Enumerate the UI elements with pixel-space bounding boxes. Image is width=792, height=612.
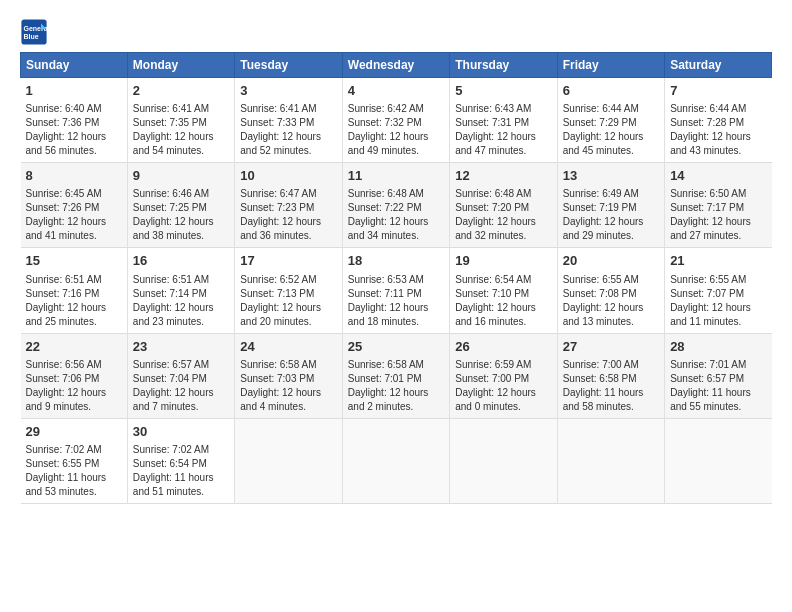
- daylight: Daylight: 12 hours: [670, 216, 751, 227]
- header-cell-friday: Friday: [557, 53, 664, 78]
- sunset: Sunset: 7:20 PM: [455, 202, 529, 213]
- day-number: 14: [670, 167, 766, 185]
- daylight-minutes: and 32 minutes.: [455, 230, 526, 241]
- day-number: 23: [133, 338, 229, 356]
- sunset: Sunset: 7:32 PM: [348, 117, 422, 128]
- week-row: 1Sunrise: 6:40 AMSunset: 7:36 PMDaylight…: [21, 78, 772, 163]
- daylight: Daylight: 12 hours: [563, 302, 644, 313]
- day-number: 5: [455, 82, 551, 100]
- day-number: 8: [26, 167, 122, 185]
- calendar-cell: 5Sunrise: 6:43 AMSunset: 7:31 PMDaylight…: [450, 78, 557, 163]
- sunset: Sunset: 7:10 PM: [455, 288, 529, 299]
- day-number: 20: [563, 252, 659, 270]
- sunset: Sunset: 7:36 PM: [26, 117, 100, 128]
- day-number: 28: [670, 338, 766, 356]
- sunset: Sunset: 7:03 PM: [240, 373, 314, 384]
- day-number: 2: [133, 82, 229, 100]
- day-number: 4: [348, 82, 444, 100]
- daylight-minutes: and 11 minutes.: [670, 316, 741, 327]
- sunrise: Sunrise: 6:48 AM: [348, 188, 424, 199]
- daylight-minutes: and 18 minutes.: [348, 316, 419, 327]
- daylight-minutes: and 9 minutes.: [26, 401, 92, 412]
- sunrise: Sunrise: 6:43 AM: [455, 103, 531, 114]
- header: General Blue: [20, 18, 772, 46]
- daylight-minutes: and 54 minutes.: [133, 145, 204, 156]
- sunrise: Sunrise: 6:59 AM: [455, 359, 531, 370]
- daylight-minutes: and 0 minutes.: [455, 401, 521, 412]
- daylight: Daylight: 11 hours: [133, 472, 214, 483]
- header-cell-sunday: Sunday: [21, 53, 128, 78]
- calendar-cell: 12Sunrise: 6:48 AMSunset: 7:20 PMDayligh…: [450, 163, 557, 248]
- sunset: Sunset: 7:23 PM: [240, 202, 314, 213]
- calendar-cell: 11Sunrise: 6:48 AMSunset: 7:22 PMDayligh…: [342, 163, 449, 248]
- daylight: Daylight: 12 hours: [240, 302, 321, 313]
- daylight: Daylight: 12 hours: [26, 302, 107, 313]
- daylight-minutes: and 55 minutes.: [670, 401, 741, 412]
- sunset: Sunset: 7:22 PM: [348, 202, 422, 213]
- sunset: Sunset: 6:58 PM: [563, 373, 637, 384]
- day-number: 24: [240, 338, 336, 356]
- daylight: Daylight: 12 hours: [133, 387, 214, 398]
- sunrise: Sunrise: 6:54 AM: [455, 274, 531, 285]
- daylight-minutes: and 25 minutes.: [26, 316, 97, 327]
- daylight: Daylight: 12 hours: [455, 387, 536, 398]
- daylight: Daylight: 12 hours: [563, 131, 644, 142]
- day-number: 26: [455, 338, 551, 356]
- calendar-cell: 8Sunrise: 6:45 AMSunset: 7:26 PMDaylight…: [21, 163, 128, 248]
- header-row: SundayMondayTuesdayWednesdayThursdayFrid…: [21, 53, 772, 78]
- sunrise: Sunrise: 6:56 AM: [26, 359, 102, 370]
- day-number: 18: [348, 252, 444, 270]
- sunrise: Sunrise: 7:01 AM: [670, 359, 746, 370]
- day-number: 25: [348, 338, 444, 356]
- sunset: Sunset: 7:28 PM: [670, 117, 744, 128]
- calendar-cell: 15Sunrise: 6:51 AMSunset: 7:16 PMDayligh…: [21, 248, 128, 333]
- sunrise: Sunrise: 6:40 AM: [26, 103, 102, 114]
- daylight-minutes: and 49 minutes.: [348, 145, 419, 156]
- sunrise: Sunrise: 6:46 AM: [133, 188, 209, 199]
- daylight-minutes: and 45 minutes.: [563, 145, 634, 156]
- daylight-minutes: and 53 minutes.: [26, 486, 97, 497]
- sunset: Sunset: 7:35 PM: [133, 117, 207, 128]
- daylight: Daylight: 12 hours: [133, 302, 214, 313]
- sunrise: Sunrise: 6:41 AM: [133, 103, 209, 114]
- calendar-cell: 29Sunrise: 7:02 AMSunset: 6:55 PMDayligh…: [21, 418, 128, 503]
- calendar-cell: 3Sunrise: 6:41 AMSunset: 7:33 PMDaylight…: [235, 78, 342, 163]
- sunset: Sunset: 7:14 PM: [133, 288, 207, 299]
- calendar-cell: [665, 418, 772, 503]
- daylight: Daylight: 12 hours: [348, 387, 429, 398]
- sunrise: Sunrise: 6:41 AM: [240, 103, 316, 114]
- sunrise: Sunrise: 6:42 AM: [348, 103, 424, 114]
- daylight: Daylight: 12 hours: [240, 387, 321, 398]
- daylight-minutes: and 20 minutes.: [240, 316, 311, 327]
- sunset: Sunset: 7:25 PM: [133, 202, 207, 213]
- sunset: Sunset: 7:07 PM: [670, 288, 744, 299]
- sunrise: Sunrise: 6:45 AM: [26, 188, 102, 199]
- calendar-cell: 25Sunrise: 6:58 AMSunset: 7:01 PMDayligh…: [342, 333, 449, 418]
- sunrise: Sunrise: 7:00 AM: [563, 359, 639, 370]
- sunrise: Sunrise: 7:02 AM: [133, 444, 209, 455]
- daylight: Daylight: 12 hours: [26, 387, 107, 398]
- sunrise: Sunrise: 6:51 AM: [133, 274, 209, 285]
- sunset: Sunset: 6:57 PM: [670, 373, 744, 384]
- daylight: Daylight: 11 hours: [670, 387, 751, 398]
- daylight-minutes: and 7 minutes.: [133, 401, 199, 412]
- header-cell-wednesday: Wednesday: [342, 53, 449, 78]
- sunrise: Sunrise: 6:58 AM: [240, 359, 316, 370]
- calendar-cell: 13Sunrise: 6:49 AMSunset: 7:19 PMDayligh…: [557, 163, 664, 248]
- daylight: Daylight: 12 hours: [670, 131, 751, 142]
- day-number: 27: [563, 338, 659, 356]
- sunset: Sunset: 7:13 PM: [240, 288, 314, 299]
- calendar-cell: 10Sunrise: 6:47 AMSunset: 7:23 PMDayligh…: [235, 163, 342, 248]
- daylight-minutes: and 27 minutes.: [670, 230, 741, 241]
- daylight: Daylight: 12 hours: [670, 302, 751, 313]
- day-number: 17: [240, 252, 336, 270]
- calendar-cell: 7Sunrise: 6:44 AMSunset: 7:28 PMDaylight…: [665, 78, 772, 163]
- sunrise: Sunrise: 6:44 AM: [563, 103, 639, 114]
- sunset: Sunset: 7:01 PM: [348, 373, 422, 384]
- daylight: Daylight: 11 hours: [26, 472, 107, 483]
- day-number: 1: [26, 82, 122, 100]
- sunrise: Sunrise: 6:53 AM: [348, 274, 424, 285]
- sunset: Sunset: 6:55 PM: [26, 458, 100, 469]
- daylight: Daylight: 12 hours: [455, 302, 536, 313]
- sunrise: Sunrise: 6:49 AM: [563, 188, 639, 199]
